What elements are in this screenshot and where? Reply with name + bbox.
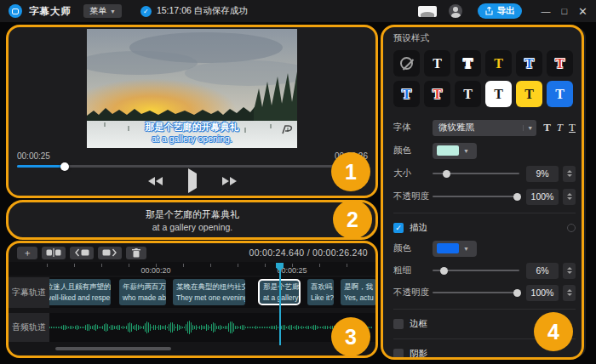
stroke-weight-value[interactable]: 6%	[526, 263, 559, 279]
opacity-value[interactable]: 100%	[526, 189, 559, 205]
stroke-weight-slider[interactable]	[433, 270, 519, 271]
total-time: 00:03:26	[335, 151, 368, 161]
subtitle-clip-6[interactable]: 是啊，我Yes, actu	[341, 279, 376, 305]
preset-style-12[interactable]: T	[547, 81, 573, 107]
subtitle-clip-3[interactable]: 某晚在典型的纽约社交聚They met one evening	[173, 279, 245, 305]
preset-style-2[interactable]: T	[424, 50, 450, 77]
add-subtitle-button[interactable]: ＋	[17, 247, 37, 259]
stroke-opacity-label: 不透明度	[393, 287, 433, 299]
subtitle-clips-area[interactable]: 位迷人且颇有声望的well-liked and respe年薪约两百万who m…	[49, 277, 376, 308]
subtitle-clip-1[interactable]: 位迷人且颇有声望的well-liked and respe	[49, 279, 111, 305]
merge-previous-button[interactable]	[70, 247, 94, 259]
ruler-label: 00:00:20	[140, 266, 170, 275]
reset-icon[interactable]	[567, 224, 576, 232]
maximize-icon[interactable]: □	[561, 7, 567, 16]
menu-button[interactable]: 菜单 ▼	[83, 4, 122, 18]
preset-style-7[interactable]: T	[393, 81, 420, 107]
preset-style-8[interactable]: T	[424, 81, 450, 107]
underline-icon[interactable]: T	[569, 121, 576, 134]
preset-T-glyph: T	[463, 56, 473, 71]
chevron-down-icon: ▼	[463, 246, 469, 252]
size-value[interactable]: 9%	[526, 166, 559, 182]
preset-style-9[interactable]: T	[455, 81, 481, 107]
video-subtitle-en: at a gallery opening.	[87, 134, 297, 145]
opacity-slider[interactable]	[433, 196, 519, 197]
preset-style-10[interactable]: T	[485, 81, 512, 107]
avatar-icon[interactable]	[449, 4, 462, 18]
subtitle-text-panel[interactable]: 那是个艺廊的开幕典礼 at a gallery opening.	[9, 202, 376, 237]
preset-style-4[interactable]: T	[485, 50, 512, 77]
preset-style-5[interactable]: T	[516, 50, 542, 77]
bold-icon[interactable]: T	[543, 121, 551, 134]
merge-next-button[interactable]	[98, 247, 122, 259]
progress-bar[interactable]	[17, 165, 368, 168]
fullscreen-icon[interactable]	[358, 179, 368, 189]
autosave-status: ✓ 15:17:06 自动保存成功	[140, 5, 248, 17]
text-color-swatch	[437, 145, 459, 156]
text-color-picker[interactable]: ▼	[433, 143, 477, 159]
stroke-weight-label: 粗细	[393, 264, 433, 276]
audio-waveform-area[interactable]	[49, 313, 376, 342]
preset-T-glyph: T	[494, 56, 503, 71]
progress-fill	[17, 165, 65, 168]
ruler-tick	[319, 264, 320, 267]
shadow-checkbox[interactable]	[393, 349, 404, 357]
stroke-opacity-value[interactable]: 100%	[526, 285, 559, 301]
border-checkbox[interactable]	[393, 319, 404, 329]
stroke-weight-thumb[interactable]	[440, 267, 448, 275]
video-preview[interactable]: 那是个艺廊的开幕典礼 at a gallery opening.	[87, 29, 297, 148]
subtitle-clip-2[interactable]: 年薪约两百万who made ab	[119, 279, 166, 305]
ruler-tick	[210, 264, 211, 267]
forward-button[interactable]	[222, 177, 237, 185]
size-slider[interactable]	[433, 173, 519, 174]
preset-T-glyph: T	[463, 87, 473, 102]
stroke-weight-stepper[interactable]	[563, 263, 576, 279]
play-button[interactable]	[188, 173, 197, 189]
ruler-tick	[47, 264, 48, 267]
app-window: 字幕大师 菜单 ▼ ✓ 15:17:06 自动保存成功 导出 — □ ✕	[0, 0, 596, 364]
video-player-panel: 那是个艺廊的开幕典礼 at a gallery opening. 00:00:2…	[9, 27, 376, 196]
preset-style-3[interactable]: T	[455, 50, 481, 77]
preset-style-11[interactable]: T	[516, 81, 542, 107]
clip-text-zh: 某晚在典型的纽约社交聚	[176, 282, 242, 292]
watermark-logo	[282, 125, 293, 134]
app-logo-icon	[9, 4, 22, 18]
rewind-button[interactable]	[148, 177, 163, 185]
waveform	[49, 313, 376, 342]
text-color-label: 颜色	[393, 145, 433, 156]
preset-style-1[interactable]	[393, 50, 420, 77]
stroke-color-picker[interactable]: ▼	[433, 241, 477, 257]
export-button[interactable]: 导出	[478, 3, 522, 19]
chevron-down-icon: ▼	[463, 148, 469, 154]
delete-subtitle-button[interactable]	[126, 247, 146, 259]
stroke-opacity-slider[interactable]	[433, 292, 519, 293]
subtitle-editor-zh: 那是个艺廊的开幕典礼	[146, 208, 239, 221]
player-controls	[9, 173, 376, 189]
no-style-icon	[400, 57, 413, 70]
subtitle-clip-5[interactable]: 喜欢吗Like it?	[307, 279, 334, 305]
minimize-icon[interactable]: —	[541, 7, 550, 16]
italic-icon[interactable]: T	[557, 121, 563, 134]
stroke-checkbox[interactable]: ✓	[393, 223, 404, 233]
preset-grid: TTTTTTTTTTT	[393, 50, 576, 107]
close-icon[interactable]: ✕	[578, 6, 587, 17]
progress-thumb[interactable]	[60, 162, 69, 171]
opacity-slider-thumb[interactable]	[513, 193, 521, 201]
stroke-section-header: ✓ 描边	[393, 221, 576, 235]
format-icons: T T T	[543, 121, 576, 134]
opacity-stepper[interactable]	[563, 189, 576, 205]
font-select[interactable]: 微软雅黑 ▼	[433, 120, 536, 136]
stroke-opacity-thumb[interactable]	[513, 289, 521, 297]
ruler-tick	[101, 264, 102, 267]
size-label: 大小	[393, 168, 433, 179]
preset-style-6[interactable]: T	[547, 50, 573, 77]
upload-icon	[485, 7, 493, 15]
stroke-opacity-stepper[interactable]	[563, 285, 576, 301]
timeline-scrollbar[interactable]	[55, 347, 171, 350]
snapshot-icon[interactable]	[418, 6, 437, 17]
size-stepper[interactable]	[563, 166, 576, 182]
size-slider-thumb[interactable]	[443, 170, 450, 178]
split-subtitle-button[interactable]	[42, 247, 66, 259]
timeline-ruler[interactable]: 00:00:2000:00:25	[9, 262, 376, 276]
stroke-label: 描边	[410, 222, 427, 234]
